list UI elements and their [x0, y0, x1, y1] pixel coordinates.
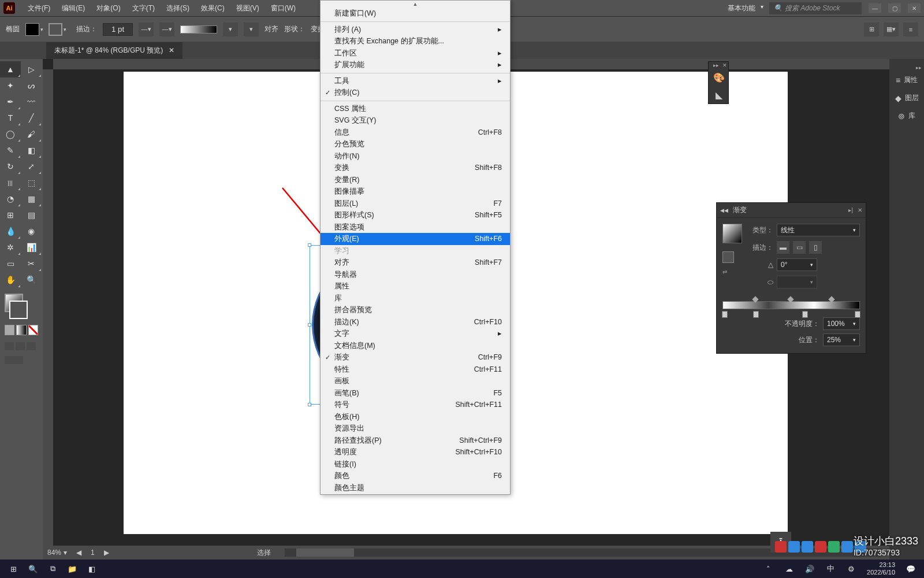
nav-left-icon[interactable]: ◀ [76, 549, 81, 557]
stroke-color-swatch[interactable] [9, 301, 28, 319]
menu-file[interactable]: 文件(F) [22, 0, 56, 16]
stroke-within-icon[interactable]: ▬ [777, 241, 789, 254]
resize-handle[interactable] [308, 323, 311, 327]
menu-item[interactable]: 属性 [321, 280, 510, 292]
gradient-stop[interactable] [802, 311, 808, 318]
pen-tool[interactable]: ✒ [0, 94, 21, 110]
gradient-tool[interactable]: ▤ [21, 207, 42, 223]
aspect-input[interactable] [777, 276, 817, 288]
brush-dropdown[interactable]: —▾ [159, 23, 174, 36]
curvature-tool[interactable]: 〰 [21, 94, 42, 110]
style-dropdown[interactable]: ▾ [244, 23, 259, 36]
shaper-tool[interactable]: ✎ [0, 142, 21, 158]
menu-item[interactable]: 工作区▸ [321, 47, 510, 60]
menu-item[interactable]: SVG 交互(Y) [321, 114, 510, 127]
menu-item[interactable]: 图像描摹 [321, 186, 510, 198]
zoom-tool[interactable]: 🔍 [21, 272, 42, 288]
close-icon[interactable]: ✕ [722, 62, 727, 68]
ime-icon[interactable] [841, 541, 853, 553]
libraries-panel-tab[interactable]: ⊚库 [889, 108, 924, 124]
menu-item[interactable]: 控制(C) [321, 87, 510, 99]
stroke-across-icon[interactable]: ▯ [809, 241, 822, 254]
artboard-tool[interactable]: ▭ [0, 255, 21, 272]
color-mode-icon[interactable] [5, 325, 14, 335]
menu-item[interactable]: 图形样式(S)Shift+F5 [321, 209, 510, 221]
ime-icon[interactable] [828, 541, 840, 553]
menu-item[interactable]: 变换Shift+F8 [321, 162, 510, 174]
menu-item[interactable]: 工具▸ [321, 75, 510, 87]
gradient-preview[interactable] [180, 25, 217, 34]
fill-swatch[interactable] [25, 23, 39, 36]
ime-icon[interactable] [815, 541, 826, 553]
close-icon[interactable]: ✕ [858, 207, 862, 213]
explorer-icon[interactable]: 📁 [62, 561, 82, 577]
align-label[interactable]: 对齐 [264, 24, 278, 34]
menu-item[interactable]: 库 [321, 292, 510, 305]
gradient-type-dropdown[interactable]: 线性 [777, 224, 860, 236]
resize-handle[interactable] [308, 243, 311, 247]
menu-icon[interactable]: ≡ [903, 23, 918, 36]
menu-item[interactable]: 颜色参考Shift+F3 [321, 494, 510, 495]
close-tab-icon[interactable]: ✕ [169, 46, 174, 54]
stroke-weight-input[interactable] [103, 23, 133, 36]
perspective-tool[interactable]: ▦ [21, 191, 42, 207]
ellipse-tool[interactable]: ◯ [0, 126, 21, 142]
settings-icon[interactable]: ⚙ [841, 561, 861, 577]
draw-normal-icon[interactable] [5, 342, 14, 350]
stroke-swatch[interactable] [49, 23, 62, 36]
close-button[interactable]: ✕ [908, 3, 921, 13]
mesh-tool[interactable]: ⊞ [0, 207, 21, 223]
menu-item[interactable]: 符号Shift+Ctrl+F11 [321, 399, 510, 411]
menu-item[interactable]: 查找有关 Exchange 的扩展功能... [321, 35, 510, 47]
symbol-sprayer-tool[interactable]: ✲ [0, 239, 21, 255]
gradient-panel[interactable]: ◀◀ 渐变 ▸|✕ ⇄ 类型： 线性 描边： ▬ ▭ ▯ △ 0° [716, 202, 866, 354]
volume-icon[interactable]: 🔊 [800, 561, 819, 577]
stroke-profile-dropdown[interactable]: —▾ [139, 23, 154, 36]
menu-select[interactable]: 选择(S) [161, 0, 195, 16]
menu-view[interactable]: 视图(V) [230, 0, 265, 16]
menu-item[interactable]: 变量(R) [321, 174, 510, 186]
nav-right-icon[interactable]: ▶ [104, 549, 109, 557]
position-input[interactable]: 25% [823, 334, 860, 346]
lasso-tool[interactable]: ᔕ [21, 77, 42, 94]
draw-inside-icon[interactable] [27, 342, 36, 350]
menu-item[interactable]: 分色预览 [321, 138, 510, 150]
ime-icon[interactable] [788, 541, 800, 553]
menu-item[interactable]: 渐变Ctrl+F9 [321, 351, 510, 364]
menu-item[interactable]: 画笔(B)F5 [321, 387, 510, 399]
eraser-tool[interactable]: ◧ [21, 142, 42, 158]
menu-item[interactable]: 新建窗口(W) [321, 8, 510, 20]
ime-indicator[interactable]: 中 [821, 561, 840, 577]
line-tool[interactable]: ╱ [21, 110, 42, 126]
gradient-stop[interactable] [753, 311, 759, 318]
menu-type[interactable]: 文字(T) [126, 0, 161, 16]
menu-item[interactable]: 描边(K)Ctrl+F10 [321, 316, 510, 328]
rotate-tool[interactable]: ↻ [0, 158, 21, 175]
magic-wand-tool[interactable]: ✦ [0, 77, 21, 94]
angle-input[interactable]: 0° [777, 258, 817, 271]
gradient-swatch[interactable] [722, 224, 742, 243]
task-view-icon[interactable]: ⧉ [43, 561, 62, 577]
hand-tool[interactable]: ✋ [0, 272, 21, 288]
menu-item[interactable]: 拼合器预览 [321, 304, 510, 316]
menu-item[interactable]: CSS 属性 [321, 103, 510, 115]
menu-icon[interactable]: ▸| [848, 207, 853, 213]
tray-up-icon[interactable]: ˄ [758, 561, 778, 577]
draw-behind-icon[interactable] [16, 342, 25, 350]
ime-icon[interactable] [775, 541, 787, 553]
shape-builder-tool[interactable]: ◔ [0, 191, 21, 207]
chevron-down-icon[interactable]: ▾ [64, 549, 67, 557]
column-graph-tool[interactable]: 📊 [21, 239, 42, 255]
paintbrush-tool[interactable]: 🖌 [21, 126, 42, 142]
ime-icon[interactable] [802, 541, 813, 553]
menu-item[interactable]: 颜色主题 [321, 482, 510, 494]
minimize-button[interactable]: — [869, 3, 881, 13]
screen-mode-icon[interactable] [5, 356, 23, 364]
scroll-up-icon[interactable]: ▲ [321, 1, 510, 8]
menu-item[interactable]: 对齐Shift+F7 [321, 257, 510, 269]
menu-item[interactable]: 扩展功能▸ [321, 59, 510, 71]
free-transform-tool[interactable]: ⬚ [21, 175, 42, 191]
scale-tool[interactable]: ⤢ [21, 158, 42, 175]
blend-tool[interactable]: ◉ [21, 223, 42, 239]
menu-item[interactable]: 特性Ctrl+F11 [321, 364, 510, 376]
